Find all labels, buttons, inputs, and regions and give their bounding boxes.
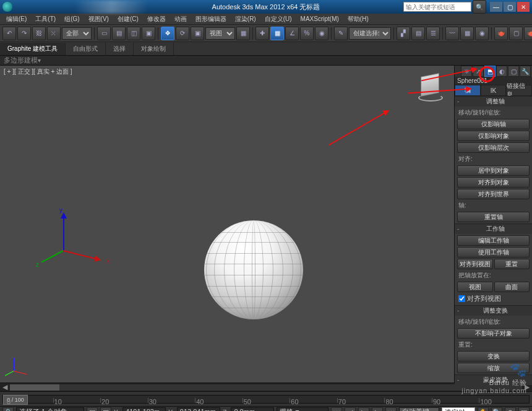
- subnav-link[interactable]: 链接信息: [506, 85, 532, 96]
- viewport[interactable]: [ + ][ 正交 ][ 真实 + 边面 ] xyz: [0, 66, 454, 383]
- scale-icon[interactable]: ▣: [191, 27, 204, 40]
- redo-icon[interactable]: ↷: [17, 27, 31, 40]
- btn-affect-object-only[interactable]: 仅影响对象: [457, 131, 530, 141]
- named-set-icon[interactable]: ✎: [334, 27, 348, 40]
- minimize-button[interactable]: —: [490, 2, 502, 12]
- subnav-ik[interactable]: IK: [481, 85, 507, 96]
- ribbon-tab-selection[interactable]: 选择: [106, 43, 134, 55]
- menu-group[interactable]: 组(G): [61, 14, 83, 24]
- menu-maxscript[interactable]: MAXScript(M): [297, 15, 343, 23]
- nav-orbit-icon[interactable]: ⟳: [505, 407, 516, 412]
- btn-center-to-object[interactable]: 居中到对象: [457, 165, 530, 176]
- align-icon[interactable]: ▤: [411, 27, 425, 40]
- ribbon-tab-paint[interactable]: 对象绘制: [134, 43, 174, 55]
- schematic-icon[interactable]: ▦: [460, 27, 474, 40]
- play-end-icon[interactable]: ⏭: [385, 407, 397, 412]
- chk-align-to-view[interactable]: 对齐到视图: [457, 293, 530, 304]
- menu-edit[interactable]: 编辑(E): [2, 14, 30, 24]
- spinner-snap-icon[interactable]: ◉: [315, 27, 328, 40]
- snap-toggle-icon[interactable]: ▦: [270, 27, 284, 40]
- viewport-label[interactable]: [ + ][ 正交 ][ 真实 + 边面 ]: [4, 67, 72, 76]
- viewcube-cube-icon[interactable]: [421, 73, 439, 97]
- coord-y[interactable]: 913.041mm: [177, 407, 220, 411]
- tab-display-icon[interactable]: ▢: [508, 66, 519, 77]
- nav-pan-icon[interactable]: ✋: [478, 407, 489, 412]
- btn-affect-pivot-only[interactable]: 仅影响轴: [457, 119, 530, 129]
- render-icon[interactable]: 🫖: [524, 27, 532, 40]
- subnav-pivot[interactable]: 轴: [455, 85, 481, 96]
- search-input[interactable]: [403, 2, 471, 12]
- ribbon-subpanel[interactable]: 多边形建模 ▾: [0, 56, 532, 66]
- menu-tools[interactable]: 工具(T): [32, 14, 59, 24]
- menu-customize[interactable]: 自定义(U): [261, 14, 296, 24]
- viewcube-ring-icon[interactable]: [418, 94, 443, 102]
- undo-icon[interactable]: ↶: [2, 27, 16, 40]
- layers-icon[interactable]: ☰: [426, 27, 440, 40]
- track-bar[interactable]: ◀ ▶: [0, 383, 532, 391]
- btn-reset-pivot[interactable]: 重置轴: [457, 212, 530, 222]
- tab-motion-icon[interactable]: ◐: [496, 66, 507, 77]
- btn-reset-scale[interactable]: 缩放: [457, 363, 530, 373]
- track-scroll[interactable]: [10, 384, 522, 391]
- ref-coord-system[interactable]: 视图: [205, 27, 235, 40]
- btn-edit-working-pivot[interactable]: 编辑工作轴: [457, 235, 530, 246]
- btn-use-working-pivot[interactable]: 使用工作轴: [457, 247, 530, 257]
- curve-editor-icon[interactable]: 〰: [445, 27, 459, 40]
- autokey-button[interactable]: 自动关键点: [399, 407, 439, 411]
- btn-align-to-object[interactable]: 对齐到对象: [457, 177, 530, 188]
- tab-utilities-icon[interactable]: 🔧: [520, 66, 531, 77]
- isolate-icon[interactable]: ▣: [87, 407, 98, 412]
- scene-object-sphere[interactable]: [204, 220, 303, 319]
- ribbon-tab-graphite[interactable]: Graphite 建模工具: [0, 43, 66, 55]
- nav-max-icon[interactable]: ▣: [518, 407, 530, 412]
- menu-modifiers[interactable]: 修改器: [144, 14, 169, 24]
- play-icon[interactable]: ▶: [358, 407, 369, 412]
- percent-snap-icon[interactable]: %: [300, 27, 314, 40]
- key-mode-dropdown[interactable]: 选定对象: [442, 407, 475, 411]
- render-setup-icon[interactable]: 🫖: [494, 27, 508, 40]
- viewcube[interactable]: [414, 72, 445, 103]
- tab-hierarchy-icon[interactable]: ⬒: [484, 66, 496, 77]
- select-name-icon[interactable]: ▤: [112, 27, 126, 40]
- tab-create-icon[interactable]: ✳: [461, 66, 472, 77]
- menu-create[interactable]: 创建(C): [114, 14, 142, 24]
- menu-graph[interactable]: 图形编辑器: [192, 14, 230, 24]
- btn-affect-hierarchy[interactable]: 仅影响层次: [457, 142, 530, 153]
- xref-icon[interactable]: ▦: [100, 407, 111, 412]
- select-icon[interactable]: ▭: [97, 27, 111, 40]
- coord-x[interactable]: 4191.182m: [122, 407, 166, 411]
- manipulate-icon[interactable]: ✚: [255, 27, 269, 40]
- material-editor-icon[interactable]: ◉: [475, 27, 489, 40]
- ribbon-tab-freeform[interactable]: 自由形式: [66, 43, 106, 55]
- btn-align-view[interactable]: 对齐到视图: [457, 259, 493, 269]
- chk-input[interactable]: [458, 295, 465, 302]
- tab-modify-icon[interactable]: ↗: [473, 66, 484, 77]
- menu-render[interactable]: 渲染(R): [231, 14, 260, 24]
- maximize-button[interactable]: ▢: [504, 2, 516, 12]
- pivot-center-icon[interactable]: ▦: [236, 27, 250, 40]
- window-crossing-icon[interactable]: ▣: [142, 27, 155, 40]
- search-go-icon[interactable]: 🔍: [473, 0, 486, 14]
- btn-place-surface[interactable]: 曲面: [494, 282, 530, 292]
- link-icon[interactable]: ⛓: [32, 27, 46, 40]
- rotate-icon[interactable]: ⟳: [176, 27, 189, 40]
- menu-animation[interactable]: 动画: [171, 14, 191, 24]
- lock-icon[interactable]: 🔒: [2, 407, 14, 412]
- play-next-icon[interactable]: ▶: [372, 407, 383, 412]
- menu-help[interactable]: 帮助(H): [344, 14, 372, 24]
- btn-reset-xform[interactable]: 变换: [457, 351, 530, 361]
- btn-align-to-world[interactable]: 对齐到世界: [457, 189, 530, 199]
- named-selection-set[interactable]: 创建选择集: [349, 27, 391, 40]
- time-slider[interactable]: 0 / 100 0102030405060708090100: [0, 391, 532, 406]
- btn-no-affect-children[interactable]: 不影响子对象: [457, 328, 530, 339]
- move-icon[interactable]: ✥: [161, 27, 174, 40]
- render-frame-icon[interactable]: ▢: [509, 27, 523, 40]
- play-prev-icon[interactable]: ◀: [345, 407, 356, 412]
- rollout-header[interactable]: 工作轴: [455, 224, 532, 234]
- close-button[interactable]: ✕: [517, 2, 530, 12]
- coord-z[interactable]: 0.0mm: [231, 407, 274, 411]
- angle-snap-icon[interactable]: ∠: [285, 27, 299, 40]
- unlink-icon[interactable]: ⛌: [47, 27, 61, 40]
- mirror-icon[interactable]: ▞: [397, 27, 410, 40]
- rollout-header[interactable]: 调整变换: [455, 306, 532, 316]
